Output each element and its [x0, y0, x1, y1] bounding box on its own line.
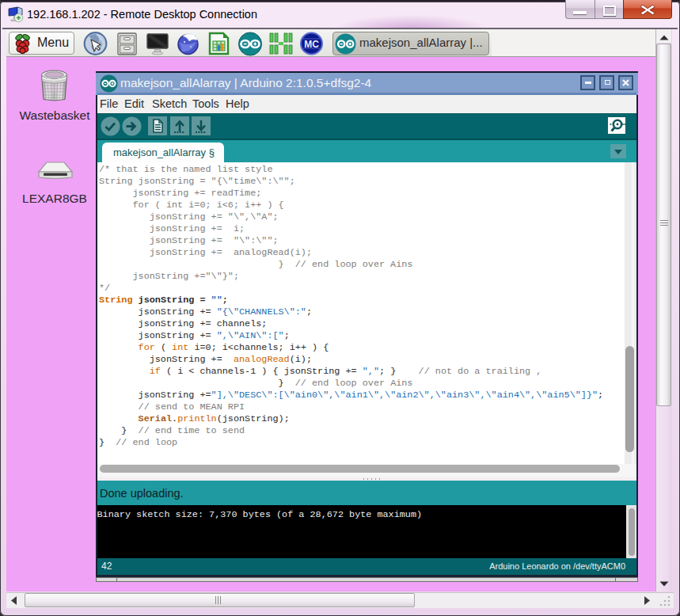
svg-text:MC: MC [304, 39, 319, 50]
